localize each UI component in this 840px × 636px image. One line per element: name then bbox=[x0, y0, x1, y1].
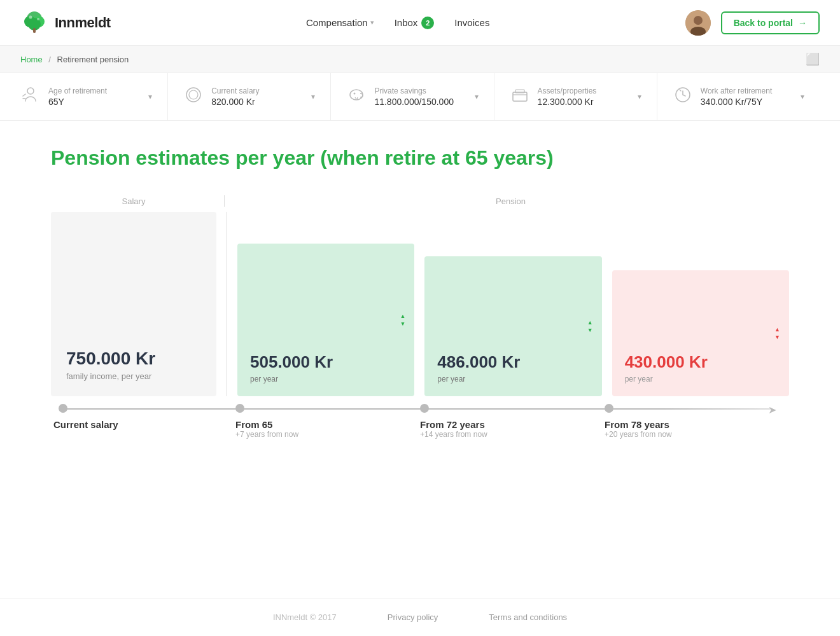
salary-sub: family income, per year bbox=[66, 371, 201, 381]
stepper-up-1[interactable]: ▲ bbox=[400, 313, 405, 319]
filter-work[interactable]: Work after retirement 340.000 Kr/75Y ▾ bbox=[657, 73, 820, 120]
timeline-label-salary-text: Current salary bbox=[53, 419, 216, 430]
stepper-up-2[interactable]: ▲ bbox=[587, 319, 593, 326]
filter-assets-icon bbox=[510, 85, 530, 109]
timeline-labels: Current salary From 65 +7 years from now… bbox=[51, 419, 789, 439]
breadcrumb-home[interactable]: Home bbox=[20, 55, 43, 64]
salary-section-label: Salary bbox=[122, 197, 146, 206]
svg-rect-4 bbox=[33, 28, 36, 33]
timeline-sublabel-2: +14 years from now bbox=[420, 430, 605, 439]
filter-age-label: Age of retirement bbox=[48, 86, 107, 95]
logo[interactable]: Innmeldt bbox=[20, 9, 111, 37]
filter-bar: Age of retirement 65Y ▾ Current salary 8… bbox=[0, 73, 840, 121]
timeline-label-col-1: From 65 +7 years from now bbox=[235, 419, 420, 439]
stepper-down-3[interactable]: ▼ bbox=[774, 334, 780, 340]
timeline-sublabel-1: +7 years from now bbox=[235, 430, 420, 439]
main-nav: Compensation ▾ Inbox 2 Invoices bbox=[306, 17, 489, 29]
breadcrumb: Home / Retirement pension bbox=[20, 55, 129, 64]
filter-assets[interactable]: Assets/properties 12.300.000 Kr ▾ bbox=[494, 73, 657, 120]
filter-age[interactable]: Age of retirement 65Y ▾ bbox=[20, 73, 168, 120]
timeline-dot-col-2 bbox=[420, 404, 605, 413]
main-content: Pension estimates per year (when retire … bbox=[0, 121, 840, 477]
pension-stepper-3[interactable]: ▲ ▼ bbox=[774, 326, 780, 340]
section-divider bbox=[227, 212, 227, 396]
timeline-dot-col-3 bbox=[605, 404, 789, 413]
breadcrumb-separator: / bbox=[48, 55, 51, 64]
header-right: Back to portal → bbox=[685, 10, 820, 36]
timeline-dot-2 bbox=[420, 404, 429, 413]
filter-savings-value: 11.800.000/150.000 bbox=[374, 97, 454, 107]
header: Innmeldt Compensation ▾ Inbox 2 Invoices… bbox=[0, 0, 840, 46]
pension-card-1-sub: per year bbox=[250, 375, 402, 384]
svg-point-8 bbox=[694, 16, 703, 25]
svg-rect-15 bbox=[513, 92, 527, 101]
page-title: Pension estimates per year (when retire … bbox=[51, 146, 789, 170]
filter-work-icon bbox=[673, 85, 693, 109]
pension-card-2-sub: per year bbox=[437, 375, 589, 384]
svg-point-11 bbox=[186, 88, 200, 102]
avatar[interactable] bbox=[685, 10, 711, 36]
timeline-label-1-text: From 65 bbox=[235, 419, 420, 430]
filter-savings-label: Private savings bbox=[374, 86, 454, 95]
timeline-pension-dots bbox=[235, 404, 789, 413]
logo-text: Innmeldt bbox=[55, 15, 111, 31]
timeline-label-3-text: From 78 years bbox=[605, 419, 789, 430]
svg-point-13 bbox=[350, 90, 363, 100]
timeline-dot-3 bbox=[605, 404, 613, 413]
monitor-icon: ⬜ bbox=[806, 52, 820, 66]
nav-inbox[interactable]: Inbox 2 bbox=[395, 17, 435, 29]
pension-section-label: Pension bbox=[496, 197, 526, 206]
timeline-dot-col-1 bbox=[235, 404, 420, 413]
arrow-right-icon: → bbox=[798, 18, 807, 28]
filter-salary-chevron: ▾ bbox=[311, 92, 315, 101]
salary-amount: 750.000 Kr bbox=[66, 349, 201, 369]
filter-work-label: Work after retirement bbox=[701, 86, 772, 95]
breadcrumb-bar: Home / Retirement pension ⬜ bbox=[0, 46, 840, 73]
stepper-up-3[interactable]: ▲ bbox=[774, 326, 780, 333]
filter-assets-chevron: ▾ bbox=[638, 92, 641, 101]
pension-card-3-amount: 430.000 Kr bbox=[625, 352, 776, 372]
nav-invoices[interactable]: Invoices bbox=[454, 17, 489, 28]
footer-terms[interactable]: Terms and conditions bbox=[489, 612, 567, 622]
timeline-dot-salary bbox=[59, 404, 67, 413]
filter-work-chevron: ▾ bbox=[801, 92, 804, 101]
filter-savings[interactable]: Private savings 11.800.000/150.000 ▾ bbox=[331, 73, 494, 120]
back-to-portal-button[interactable]: Back to portal → bbox=[721, 11, 820, 34]
timeline-label-col-3: From 78 years +20 years from now bbox=[605, 419, 789, 439]
inbox-badge: 2 bbox=[421, 17, 434, 29]
timeline-sublabel-3: +20 years from now bbox=[605, 430, 789, 439]
footer: INNmeldt © 2017 Privacy policy Terms and… bbox=[0, 598, 840, 636]
footer-privacy[interactable]: Privacy policy bbox=[388, 612, 438, 622]
pension-card-1-amount: 505.000 Kr bbox=[250, 352, 402, 372]
nav-compensation[interactable]: Compensation ▾ bbox=[306, 17, 374, 28]
stepper-down-2[interactable]: ▼ bbox=[587, 327, 593, 333]
timeline-label-pension-cols: From 65 +7 years from now From 72 years … bbox=[235, 419, 789, 439]
pension-stepper-1[interactable]: ▲ ▼ bbox=[400, 313, 405, 327]
compensation-chevron: ▾ bbox=[370, 18, 374, 27]
pension-card-1[interactable]: 505.000 Kr per year ▲ ▼ bbox=[237, 244, 414, 396]
svg-point-6 bbox=[37, 18, 39, 20]
breadcrumb-current: Retirement pension bbox=[57, 55, 129, 64]
filter-age-icon bbox=[20, 85, 41, 109]
pension-card-2[interactable]: 486.000 Kr per year ▲ ▼ bbox=[424, 256, 601, 396]
filter-assets-value: 12.300.000 Kr bbox=[538, 97, 597, 107]
timeline-label-2-text: From 72 years bbox=[420, 419, 605, 430]
filter-assets-label: Assets/properties bbox=[538, 86, 597, 95]
pension-card-3-sub: per year bbox=[625, 375, 776, 384]
filter-savings-chevron: ▾ bbox=[475, 92, 479, 101]
timeline-label-col-2: From 72 years +14 years from now bbox=[420, 419, 605, 439]
pension-cards-container: 505.000 Kr per year ▲ ▼ 486.000 Kr per y… bbox=[237, 244, 789, 396]
timeline-container: ➤ bbox=[51, 404, 789, 413]
filter-salary-value: 820.000 Kr bbox=[211, 97, 259, 107]
stepper-down-1[interactable]: ▼ bbox=[400, 321, 405, 327]
svg-point-5 bbox=[29, 15, 32, 18]
pension-card-3[interactable]: 430.000 Kr per year ▲ ▼ bbox=[612, 270, 789, 396]
filter-salary[interactable]: Current salary 820.000 Kr ▾ bbox=[168, 73, 331, 120]
pension-stepper-2[interactable]: ▲ ▼ bbox=[587, 319, 593, 333]
footer-copyright: INNmeldt © 2017 bbox=[273, 612, 337, 622]
timeline-label-salary: Current salary bbox=[51, 419, 216, 439]
avatar-img bbox=[685, 10, 711, 36]
filter-salary-label: Current salary bbox=[211, 86, 259, 95]
filter-salary-icon bbox=[183, 85, 204, 109]
timeline-salary bbox=[51, 404, 216, 413]
